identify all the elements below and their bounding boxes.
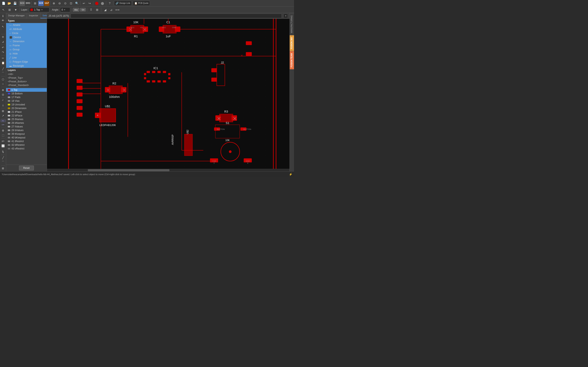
drc-tool[interactable]	[0, 29, 6, 33]
move-tool[interactable]: ✛	[0, 35, 6, 39]
schematic-button[interactable]: SCH	[19, 1, 25, 6]
snap-tool[interactable]: ⇅	[0, 150, 6, 154]
type-line[interactable]: ╱ Line	[6, 56, 47, 60]
component-tool[interactable]: ⊞	[0, 109, 6, 113]
help-button[interactable]: ?	[107, 1, 112, 6]
type-attribute[interactable]: 🏷 Attribute	[6, 27, 47, 31]
design-link-button[interactable]: 🔗 Design Link	[114, 1, 131, 6]
layer-18-vias[interactable]: 18 Vias	[6, 99, 47, 103]
zoom-area-button[interactable]: 🔍	[74, 1, 79, 6]
fusion-team-tab[interactable]: FUSION TEAM	[290, 51, 294, 69]
layer-22-bplace[interactable]: 22 bPlace	[6, 114, 47, 117]
via-tool[interactable]: ◎	[0, 92, 6, 97]
coords-dropdown[interactable]: ▾	[283, 14, 288, 18]
pad-tool[interactable]: ⊕	[0, 88, 6, 92]
zoom-out-button[interactable]: ⊖	[57, 1, 62, 6]
arc-draw[interactable]: ⌒	[0, 160, 6, 165]
pause-button[interactable]: ⬤	[100, 1, 105, 6]
layer-26-bnames[interactable]: 26 bNames	[6, 121, 47, 125]
layer-17-pads[interactable]: 17 Pads	[6, 95, 47, 99]
preset-bottom[interactable]: <Preset_Bottom>	[6, 80, 47, 83]
paste-tool[interactable]: 📋	[0, 61, 6, 65]
grid-dots-button[interactable]: ⠿	[88, 7, 94, 12]
layer-42-brestrict[interactable]: 42 bRestrict	[6, 143, 47, 147]
draw-line-tool[interactable]: ╱	[0, 67, 6, 71]
angle-45-button[interactable]: ◢	[103, 7, 108, 12]
layer-40-bkeepout[interactable]: 40 bKeepout	[6, 136, 47, 140]
mirror-button[interactable]: ⟺	[115, 7, 120, 12]
layer-16-bottom[interactable]: 16 Bottom	[6, 92, 47, 95]
line-draw[interactable]: ╱	[0, 156, 6, 160]
expand-button[interactable]: ⊞	[0, 166, 6, 170]
type-hole[interactable]: ◎ Hole	[6, 52, 47, 56]
tag-tool[interactable]: 🏷	[0, 139, 6, 143]
group-tool[interactable]: ⬜	[0, 144, 6, 148]
redo-button[interactable]: ↪	[87, 1, 92, 6]
preset-standard[interactable]: <Preset_Standard>	[6, 83, 47, 87]
run-script-button[interactable]: SCR	[38, 1, 44, 6]
undo-tool[interactable]: ↶	[0, 45, 6, 50]
angle-free-button[interactable]: ⊿	[109, 7, 114, 12]
zoom-fit-button[interactable]: ⊡	[68, 1, 74, 6]
pcb-quote-button[interactable]: 📋 PCB Quote	[133, 1, 150, 6]
net-tool[interactable]: ⬚	[0, 133, 6, 137]
ulp-button[interactable]: ULP	[44, 1, 49, 6]
save-button[interactable]: 💾	[12, 1, 17, 6]
type-rectangle[interactable]: ▬ Rectangle	[6, 64, 47, 68]
type-frame[interactable]: ▭ Frame	[6, 43, 47, 48]
info-tool[interactable]: ℹ	[0, 14, 6, 18]
layer-19-unrouted[interactable]: 19 Unrouted	[6, 103, 47, 106]
select-tool-lt[interactable]: ↖	[0, 25, 6, 29]
command-input[interactable]	[71, 14, 282, 18]
zoom-reset-button[interactable]: ⊙	[63, 1, 68, 6]
undo-button[interactable]: ↩	[81, 1, 86, 6]
ratsnest-tool[interactable]: ↗	[0, 114, 6, 118]
redo-tool[interactable]: ↷	[0, 50, 6, 54]
zoom-in-button[interactable]: ⊕	[51, 1, 57, 6]
route-tool[interactable]: ┘	[0, 99, 6, 103]
design-rules-button[interactable]: ⊞	[33, 1, 38, 6]
layer-39-tkeepout[interactable]: 39 tKeepout	[6, 132, 47, 136]
polygon-tool[interactable]: ⬠	[0, 77, 6, 82]
manufacturing-tab[interactable]: MANUFACTURING	[290, 13, 294, 35]
drc-check[interactable]: ⚙	[0, 129, 6, 133]
layer-1-top[interactable]: 1 Top	[6, 88, 47, 92]
cut-tool[interactable]: ✂	[0, 56, 6, 60]
open-button[interactable]: 📂	[7, 1, 12, 6]
stop-button[interactable]: ⬤	[94, 1, 99, 6]
filter-button[interactable]: ▼	[13, 7, 18, 12]
type-circle[interactable]: ○ Circle	[6, 31, 47, 35]
scrollbar-thumb-h[interactable]	[88, 169, 169, 171]
circle-tool[interactable]: ○	[0, 82, 6, 86]
angle-dropdown[interactable]: 0 ▾	[60, 7, 70, 12]
layer-27-tvalues[interactable]: 27 tValues	[6, 125, 47, 128]
layer-43-vrestrict[interactable]: 43 vRestrict	[6, 147, 47, 150]
text-abc-button[interactable]: Abc	[73, 8, 79, 12]
preset-top[interactable]: <Preset_Top>	[6, 76, 47, 80]
board-button[interactable]: BRD	[25, 1, 31, 6]
type-airwire[interactable]: — Airwire	[6, 23, 47, 27]
grid-lines-button[interactable]: ⊞	[95, 7, 100, 12]
tab-design-manager[interactable]: Design Manager	[6, 13, 27, 18]
layer-21-tplace[interactable]: 21 tPlace	[6, 110, 47, 114]
type-dimension[interactable]: ↔ Dimension	[6, 39, 47, 43]
pcb-canvas[interactable]: 10K R1 VCC +51 C1 1uF VCC GND	[47, 19, 290, 169]
layer-41-trestrict[interactable]: 41 tRestrict	[6, 140, 47, 143]
layer-dropdown[interactable]: 1 Top ▾	[29, 7, 49, 12]
bus-tool[interactable]: ⊥	[0, 103, 6, 107]
select-tool[interactable]: ↖	[1, 7, 6, 12]
grid-toggle[interactable]: ⊞	[7, 7, 12, 12]
type-device[interactable]: ⬛ Device	[6, 35, 47, 39]
tab-selection-filter[interactable]: Selection Filter	[40, 13, 47, 18]
eye-tool[interactable]: 👁	[0, 18, 6, 23]
canvas-scrollbar[interactable]	[47, 169, 290, 171]
layer-28-bvalues[interactable]: 28 bValues	[6, 128, 47, 132]
new-button[interactable]: 📄	[1, 1, 6, 6]
draw-arc-tool[interactable]: ⌒	[0, 71, 6, 76]
copy-tool[interactable]: ⊿	[0, 40, 6, 44]
type-group[interactable]: ▭ Group	[6, 48, 47, 52]
type-polygon-edge[interactable]: ⬠ Polygon Edge	[6, 60, 47, 64]
layer-25-tnames[interactable]: 25 tNames	[6, 117, 47, 121]
preset-all[interactable]: <All>	[6, 72, 47, 76]
text-vec-button[interactable]: √pc	[80, 8, 86, 11]
